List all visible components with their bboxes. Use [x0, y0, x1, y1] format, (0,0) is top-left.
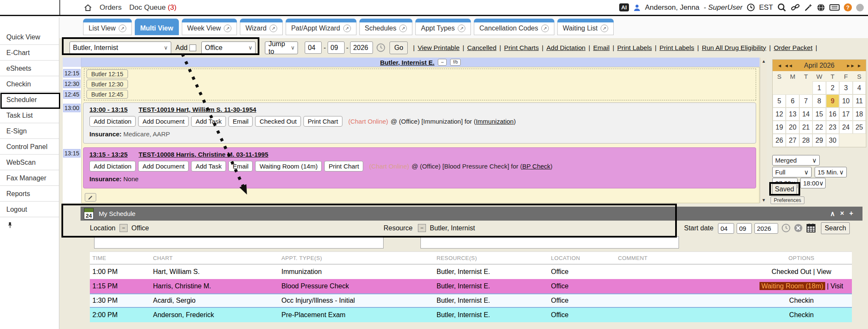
search-icon[interactable] — [777, 3, 787, 12]
popout-icon[interactable]: ↗ — [399, 25, 407, 32]
add-dictation-button[interactable]: Add Dictation — [89, 116, 136, 127]
calendar-day[interactable]: 15 — [812, 108, 826, 121]
window-move-icon[interactable]: + — [849, 210, 853, 218]
day-input[interactable]: 09 — [328, 41, 345, 54]
cell-chart[interactable]: Harris, Christine M. — [150, 282, 279, 290]
sidebar-item-fax-manager[interactable]: Fax Manager — [0, 170, 59, 186]
sidebar-item-quick-view[interactable]: Quick View — [0, 29, 59, 45]
calendar-next-year-icon[interactable]: ►► — [846, 63, 854, 68]
sidebar-item-checkin[interactable]: Checkin — [0, 76, 59, 92]
sidebar-item-e-sign[interactable]: E-Sign — [0, 123, 59, 139]
sidebar-item-scheduler[interactable]: Scheduler — [0, 92, 59, 108]
appointment-time-link[interactable]: 13:15 - 13:25 — [89, 151, 128, 158]
link-print-labels-1[interactable]: Print Labels — [617, 44, 652, 52]
sidebar-item-task-list[interactable]: Task List — [0, 108, 59, 123]
tab-pat-appt-wizard[interactable]: Pat/Appt Wizard↗ — [286, 19, 356, 35]
sidebar-item-webscan[interactable]: WebScan — [0, 155, 59, 170]
resource-header-link[interactable]: Butler, Internist E. — [380, 59, 434, 66]
location-collapse-button[interactable]: − — [120, 224, 128, 232]
calendar-picker-icon[interactable] — [806, 223, 816, 233]
link-email[interactable]: Email — [593, 44, 609, 52]
start-date-month-input[interactable]: 04 — [718, 223, 734, 234]
tab-waiting-list[interactable]: Waiting List↗ — [557, 19, 614, 35]
nav-doc-queue[interactable]: Doc Queue — [129, 3, 166, 11]
calendar-day[interactable]: 4 — [853, 81, 866, 94]
wand-icon[interactable] — [804, 3, 812, 12]
visit-link[interactable]: | Visit — [827, 282, 843, 290]
merged-view-select[interactable]: Merged∨ — [772, 155, 820, 166]
resource-filter-value[interactable]: Butler, Internist — [430, 224, 475, 232]
calendar-prev-year-icon[interactable]: ◄◄ — [784, 63, 793, 68]
waiting-room-badge[interactable]: Waiting Room (18m) — [760, 282, 825, 290]
calendar-day[interactable]: 20 — [786, 121, 799, 134]
link-print-charts[interactable]: Print Charts — [504, 44, 539, 52]
add-checkbox[interactable] — [189, 44, 196, 51]
sidebar-item-reports[interactable]: Reports — [0, 186, 59, 202]
clear-date-icon[interactable] — [794, 224, 803, 232]
location-filter-input[interactable] — [94, 236, 384, 249]
window-close-icon[interactable]: × — [840, 210, 844, 218]
add-dictation-button[interactable]: Add Dictation — [89, 161, 136, 171]
keyboard-icon[interactable] — [829, 4, 840, 11]
timezone-label[interactable]: EST — [759, 3, 773, 12]
start-date-year-input[interactable]: 2026 — [754, 223, 778, 234]
appointment-card-hart[interactable]: 13:00 - 13:15 TEST-10019 Hart, William S… — [83, 102, 756, 144]
time-clock-icon[interactable] — [376, 43, 385, 52]
calendar-day[interactable]: 7 — [799, 94, 812, 108]
calendar-day[interactable]: 19 — [773, 121, 786, 134]
email-button[interactable]: Email — [228, 116, 253, 127]
sidebar-item-e-chart[interactable]: E-Chart — [0, 45, 59, 61]
patient-chart-link[interactable]: TEST-10019 Hart, William S. 11-30-1954 — [139, 106, 256, 113]
tab-wizard[interactable]: Wizard↗ — [240, 19, 283, 35]
open-slot-button[interactable]: Butler 12:30 — [86, 80, 128, 88]
calendar-day[interactable]: 28 — [799, 134, 812, 147]
search-button[interactable]: Search — [821, 222, 850, 234]
location-select[interactable]: Office ∨ — [201, 41, 256, 54]
link-print-labels-2[interactable]: Print Labels — [659, 44, 694, 52]
calendar-day[interactable]: 5 — [773, 94, 786, 108]
calendar-day[interactable]: 25 — [853, 121, 866, 134]
appt-type-link[interactable]: BP Check — [522, 163, 550, 170]
ai-badge[interactable]: AI — [619, 3, 629, 11]
sidebar-item-esheets[interactable]: eSheets — [0, 61, 59, 76]
calendar-day[interactable]: 22 — [812, 121, 826, 134]
time-clock-icon[interactable] — [782, 224, 790, 232]
interval-select[interactable]: 15 Min.∨ — [815, 167, 847, 177]
nav-orders[interactable]: Orders — [100, 3, 122, 12]
resource-filter-input[interactable] — [420, 236, 679, 249]
fb-button[interactable]: f/b — [450, 59, 461, 66]
tab-appt-types[interactable]: Appt Types↗ — [415, 19, 471, 35]
pin-icon[interactable] — [7, 222, 13, 228]
appointment-card-harris[interactable]: 13:15 - 13:25 TEST-10008 Harris, Christi… — [83, 147, 756, 188]
checked-out-button[interactable]: Checked Out — [255, 116, 301, 127]
calendar-day[interactable]: 3 — [839, 81, 852, 94]
provider-select[interactable]: Butler, Internist ∨ — [70, 41, 171, 54]
popout-icon[interactable]: ↗ — [224, 25, 231, 32]
calendar-day[interactable]: 2 — [826, 81, 839, 94]
calendar-day[interactable]: 23 — [826, 121, 839, 134]
calendar-day[interactable]: 13 — [786, 108, 799, 121]
email-button[interactable]: Email — [228, 161, 253, 171]
calendar-day[interactable]: 16 — [826, 108, 839, 121]
full-view-select[interactable]: Full∨ — [772, 167, 812, 177]
cell-options[interactable]: Checkin — [751, 297, 852, 304]
link-view-printable[interactable]: View Printable — [418, 44, 460, 52]
tab-multi-view[interactable]: Multi View — [135, 19, 179, 35]
link-order-packet[interactable]: Order Packet — [774, 44, 812, 52]
calendar-day[interactable]: 26 — [773, 134, 786, 147]
calendar-day[interactable]: 8 — [812, 94, 826, 108]
schedule-scrollbar[interactable]: ▲ ▼ — [760, 58, 767, 203]
tab-list-view[interactable]: List View↗ — [83, 19, 132, 35]
user-name[interactable]: Anderson, Jenna — [645, 3, 700, 12]
add-task-button[interactable]: Add Task — [191, 116, 225, 127]
cell-chart[interactable]: Hart, William S. — [150, 268, 279, 276]
resource-collapse-button[interactable]: − — [418, 224, 426, 232]
calendar-day[interactable]: 30 — [826, 134, 839, 147]
calendar-day[interactable]: 14 — [799, 108, 812, 121]
cell-options[interactable]: Checkin — [751, 311, 852, 319]
help-icon[interactable]: ? — [844, 3, 852, 11]
open-slot-button[interactable]: Butler 12:45 — [86, 90, 128, 99]
table-row[interactable]: 1:00 PM Hart, William S. Immunization Bu… — [90, 265, 852, 279]
globe-icon[interactable] — [817, 3, 825, 12]
link-icon[interactable] — [791, 3, 800, 12]
